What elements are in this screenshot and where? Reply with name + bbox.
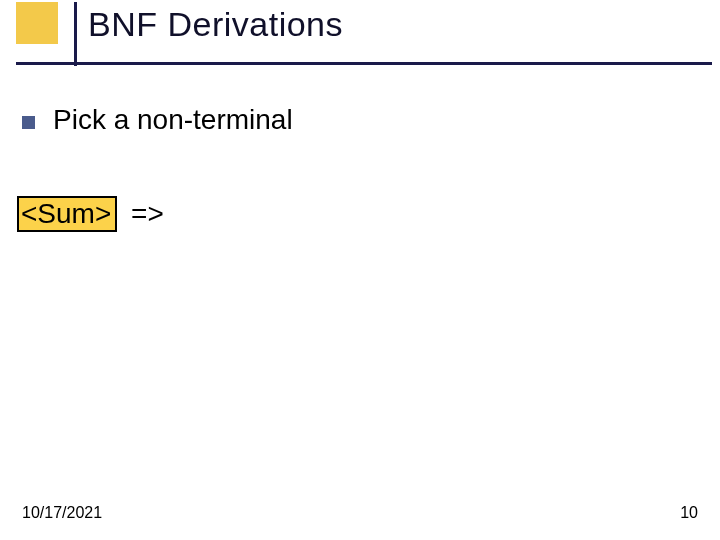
slide: BNF Derivations Pick a non-terminal <Sum…	[0, 0, 720, 540]
bullet-item: Pick a non-terminal	[22, 104, 293, 136]
bullet-text: Pick a non-terminal	[53, 104, 293, 136]
title-decoration	[16, 2, 80, 66]
horizontal-rule	[16, 62, 712, 65]
vertical-rule	[74, 2, 77, 66]
derivation-arrow: =>	[131, 198, 164, 229]
nonterminal-box: <Sum>	[17, 196, 117, 232]
slide-title: BNF Derivations	[88, 5, 343, 44]
yellow-square-icon	[16, 2, 58, 44]
footer-date: 10/17/2021	[22, 504, 102, 522]
footer-page-number: 10	[680, 504, 698, 522]
derivation-line: <Sum> =>	[17, 196, 164, 232]
square-bullet-icon	[22, 116, 35, 129]
